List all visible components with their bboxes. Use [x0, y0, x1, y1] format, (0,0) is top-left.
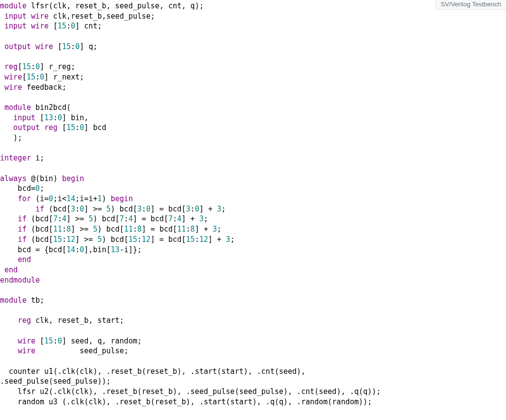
code-token: q	[279, 397, 283, 406]
code-token: if	[18, 225, 26, 234]
code-token: (	[35, 194, 40, 203]
code-line: wire[15:0] r_next;	[0, 73, 84, 81]
code-token: bcd	[0, 245, 35, 254]
code-token: reg	[44, 123, 57, 132]
code-token: ;	[222, 205, 226, 213]
code-token: reset_b	[106, 387, 137, 396]
code-token	[26, 174, 31, 183]
code-token: clk	[62, 367, 75, 376]
code-token: 15	[62, 42, 71, 51]
code-token: 13	[44, 113, 53, 122]
code-token: reset_b	[111, 367, 142, 376]
code-token: 15	[44, 337, 53, 345]
code-line: lfsr u2(.clk(clk), .reset_b(reset_b), .s…	[0, 387, 381, 396]
code-token: bcd	[159, 225, 173, 234]
code-line: random u3 (.clk(clk), .reset_b(reset_b),…	[0, 397, 372, 406]
code-token: ] +	[199, 205, 217, 213]
code-token: seed_pulse	[4, 377, 49, 386]
code-token: 3	[137, 205, 142, 213]
code-token	[26, 12, 31, 21]
code-token	[0, 42, 4, 51]
code-token: ]	[80, 42, 89, 51]
code-token: :	[66, 22, 71, 30]
code-token: ;	[93, 42, 98, 51]
code-token	[31, 42, 35, 51]
code-token: ),	[297, 367, 310, 376]
code-token: :	[124, 214, 128, 223]
code-token: );	[13, 133, 22, 142]
code-token: q	[270, 397, 275, 406]
code-token: ), .	[102, 397, 120, 406]
code-token: bcd	[0, 184, 31, 193]
code-token	[0, 113, 13, 122]
code-token: 0	[76, 42, 80, 51]
code-token: (	[328, 397, 332, 406]
code-token: bcd	[111, 235, 124, 244]
code-token: i	[89, 194, 93, 203]
code-token	[26, 235, 31, 244]
code-token: )	[93, 214, 102, 223]
code-token: lfsr u2	[0, 387, 49, 396]
code-token: (	[31, 214, 35, 223]
code-token: module	[0, 296, 26, 305]
code-token: :	[137, 235, 142, 244]
code-token: 12	[199, 235, 208, 244]
code-token: bcd	[120, 205, 133, 213]
code-token: ,	[49, 316, 57, 325]
code-token: clk	[71, 397, 84, 406]
code-token	[0, 225, 18, 234]
code-token: 1	[98, 194, 102, 203]
code-token	[0, 357, 9, 366]
code-token: bcd	[35, 235, 49, 244]
code-token: ;	[120, 316, 124, 325]
code-token: 3	[71, 205, 76, 213]
code-token: random u3	[0, 397, 62, 406]
code-line: input [13:0] bin,	[0, 113, 89, 122]
code-token: 15	[186, 235, 195, 244]
code-token: ,	[181, 1, 190, 10]
code-token: bin	[93, 245, 106, 254]
code-token: .	[0, 377, 4, 386]
code-token: reset_b	[155, 397, 186, 406]
code-token: bcd	[168, 235, 181, 244]
code-token: ] +	[208, 235, 226, 244]
code-token	[26, 214, 31, 223]
code-token: (	[31, 235, 35, 244]
code-token: integer	[0, 154, 31, 162]
code-token: ;	[151, 12, 155, 21]
code-token: q	[98, 337, 102, 345]
code-token: output	[13, 123, 40, 132]
code-token: [	[164, 214, 168, 223]
code-token: (	[359, 387, 363, 396]
code-token: ,	[102, 12, 106, 21]
code-token: (	[84, 397, 89, 406]
code-token: ,	[66, 12, 71, 21]
code-token: seed_pulse	[53, 377, 97, 386]
code-token: 12	[142, 235, 151, 244]
code-token: ;	[230, 235, 235, 244]
code-token: ), .	[89, 387, 106, 396]
code-token: (.	[62, 397, 71, 406]
code-token: input	[4, 12, 26, 21]
code-token: reset_b	[76, 1, 106, 10]
code-token: 5	[93, 225, 98, 234]
code-token: ;	[203, 214, 208, 223]
code-line	[0, 164, 13, 173]
code-token: ;	[62, 83, 66, 92]
code-token: 0	[35, 184, 40, 193]
code-token: cnt	[301, 387, 314, 396]
code-line: always @(bin) begin	[0, 174, 84, 183]
code-token: ));	[98, 377, 111, 386]
code-token: -	[120, 245, 124, 254]
code-line: endmodule	[0, 276, 40, 285]
code-token	[0, 286, 4, 294]
code-line: end	[0, 255, 31, 264]
code-line	[0, 357, 9, 366]
code-token: clk	[89, 397, 102, 406]
code-token: wire	[18, 346, 35, 355]
code-token: 14	[66, 245, 75, 254]
code-line: wire seed_pulse;	[0, 346, 128, 355]
code-token	[0, 326, 9, 335]
code-token	[0, 73, 4, 81]
code-token: [	[133, 205, 137, 213]
